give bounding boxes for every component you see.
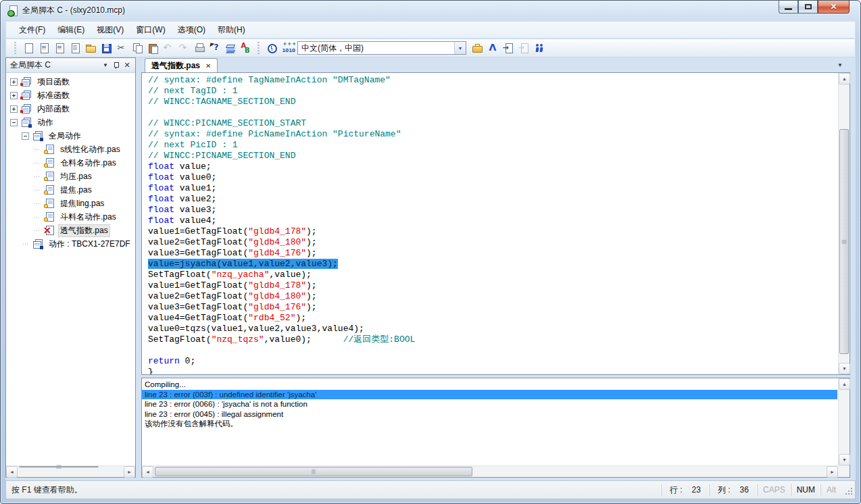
tree-item-cangliao-action[interactable]: 仓料名动作.pas	[6, 156, 135, 170]
tree-toggle-minus-icon[interactable]	[22, 132, 29, 140]
code-area[interactable]: // syntax: #define TagNameInAction "DMTa…	[142, 73, 837, 374]
new-standard-function-button[interactable]	[51, 41, 67, 55]
library-button[interactable]	[469, 41, 485, 55]
scroll-right-icon[interactable]: ►	[124, 466, 135, 478]
code-line-7[interactable]: // next PicID : 1	[148, 140, 837, 151]
undo-button[interactable]	[160, 41, 176, 55]
code-line-27[interactable]: return 0;	[148, 356, 837, 367]
scroll-down-icon[interactable]: ▼	[839, 454, 850, 465]
output-line-2[interactable]: line 23 : error (003f) : undefined ident…	[142, 390, 837, 400]
output-line-3[interactable]: line 23 : error (0066) : 'jsyacha' is no…	[142, 399, 837, 409]
maximize-button[interactable]	[798, 1, 818, 14]
print-button[interactable]	[191, 41, 207, 55]
tree-item-project-functions[interactable]: 项目函数	[6, 75, 135, 89]
tree-item-action-tbcx1[interactable]: 动作 : TBCX1-27E7DF	[6, 237, 135, 251]
code-line-21[interactable]: value2=GetTagFloat("gldb4_180");	[148, 291, 837, 302]
code-line-14[interactable]: float value4;	[148, 216, 837, 226]
panel-splitter[interactable]	[136, 57, 141, 480]
scroll-right-icon[interactable]: ►	[827, 466, 838, 478]
menu-item-window[interactable]: 窗口(W)	[130, 22, 171, 38]
runtime-button[interactable]	[531, 41, 547, 55]
scroll-up-icon[interactable]: ▲	[839, 73, 850, 84]
scrollbar-thumb[interactable]	[839, 129, 849, 354]
import-action-button[interactable]	[500, 41, 516, 55]
cut-button[interactable]	[114, 41, 129, 55]
code-line-6[interactable]: // syntax: #define PicNameInAction "Pict…	[148, 129, 837, 140]
tag-id-button[interactable]	[279, 41, 295, 55]
new-file-button[interactable]	[20, 41, 36, 55]
minimize-button[interactable]	[779, 1, 798, 14]
new-project-function-button[interactable]	[36, 41, 51, 55]
paste-button[interactable]	[145, 41, 160, 55]
tree-item-junya[interactable]: 均压.pas	[6, 170, 135, 183]
tree-item-standard-functions[interactable]: 标准函数	[6, 89, 135, 102]
tree-item-internal-functions[interactable]: 内部函数	[6, 102, 135, 116]
combo-dropdown-icon[interactable]: ▼	[454, 42, 466, 54]
copy-button[interactable]	[129, 41, 145, 55]
output-line-4[interactable]: line 23 : error (0045) : illegal assignm…	[142, 409, 837, 420]
export-action-button[interactable]	[516, 41, 531, 55]
menu-item-options[interactable]: 选项(O)	[172, 22, 212, 38]
tree-item-global-actions[interactable]: 全局动作	[6, 129, 135, 143]
code-line-2[interactable]: // next TagID : 1	[148, 86, 837, 97]
new-action-button[interactable]	[67, 41, 82, 55]
scroll-left-icon[interactable]: ◄	[6, 466, 18, 478]
compile-button[interactable]	[222, 41, 238, 55]
code-line-15[interactable]: value1=GetTagFloat("gldb4_178");	[148, 226, 837, 237]
code-line-24[interactable]: value0=tqzs(value1,value2,value3,value4)…	[148, 324, 837, 334]
output-horizontal-scrollbar[interactable]: ◄ ►	[142, 465, 838, 477]
panel-close-button[interactable]: ✕	[122, 60, 132, 71]
code-line-20[interactable]: value1=GetTagFloat("gldb4_178");	[148, 280, 837, 291]
tree-item-actions[interactable]: 动作	[6, 116, 135, 129]
code-line-13[interactable]: float value3;	[148, 205, 837, 216]
code-line-25[interactable]: SetTagFloat("nzq_tqzs",value0); //返回类型:B…	[148, 334, 837, 345]
redo-button[interactable]	[176, 41, 191, 55]
code-line-19[interactable]: SetTagFloat("nzq_yacha",value);	[148, 270, 837, 280]
scroll-left-icon[interactable]: ◄	[142, 466, 153, 478]
code-line-5[interactable]: // WINCC:PICNAME_SECTION_START	[148, 118, 837, 129]
scroll-up-icon[interactable]: ▲	[839, 378, 850, 390]
tree-item-touqi-index[interactable]: 透气指数.pas	[6, 224, 135, 237]
language-combo[interactable]: 中文(简体，中国)▼	[297, 41, 466, 55]
code-editor[interactable]: // syntax: #define TagNameInAction "DMTa…	[141, 72, 850, 375]
code-line-11[interactable]: float value1;	[148, 183, 837, 194]
tree-item-douliao-action[interactable]: 斗料名动作.pas	[6, 210, 135, 224]
title-bar[interactable]: 全局脚本 C - (slxy2010.mcp) ✕	[1, 1, 860, 21]
spell-check-button[interactable]	[238, 41, 253, 55]
code-line-18[interactable]: value=jsyacha(value1,value2,value3);	[148, 259, 837, 270]
output-vertical-scrollbar[interactable]: ▲ ▼	[838, 378, 850, 465]
tab-list-dropdown-button[interactable]: ▼	[833, 60, 847, 70]
trigger-info-button[interactable]	[264, 41, 279, 55]
edit-tools-button[interactable]	[485, 41, 500, 55]
scroll-down-icon[interactable]: ▼	[839, 363, 850, 374]
close-button[interactable]: ✕	[818, 1, 850, 14]
editor-vertical-scrollbar[interactable]: ▲ ▼	[838, 73, 850, 374]
panel-menu-button[interactable]: ▼	[100, 60, 111, 71]
save-button[interactable]	[98, 41, 114, 55]
code-line-4[interactable]	[148, 107, 837, 118]
scrollbar-thumb[interactable]	[155, 467, 472, 476]
menu-item-help[interactable]: 帮助(H)	[212, 22, 251, 38]
tree-item-tijiao-ling[interactable]: 提焦ling.pas	[6, 197, 135, 210]
code-line-12[interactable]: float value2;	[148, 194, 837, 205]
menu-item-edit[interactable]: 编辑(E)	[51, 22, 91, 38]
output-line-1[interactable]: Compiling...	[142, 380, 837, 390]
open-button[interactable]	[82, 41, 98, 55]
code-line-17[interactable]: value3=GetTagFloat("gldb4_176");	[148, 248, 837, 259]
output-line-5[interactable]: 该动作没有包含解释代码。	[142, 419, 837, 429]
tree-toggle-plus-icon[interactable]	[10, 105, 18, 113]
tree-toggle-minus-icon[interactable]	[10, 119, 18, 126]
code-line-8[interactable]: // WINCC:PICNAME_SECTION_END	[148, 151, 837, 161]
code-line-28[interactable]: }	[148, 367, 837, 374]
panel-pin-button[interactable]	[111, 60, 122, 71]
tree-toggle-plus-icon[interactable]	[10, 78, 18, 86]
code-line-26[interactable]	[148, 345, 837, 356]
scrollbar-thumb[interactable]	[19, 466, 99, 468]
code-line-1[interactable]: // syntax: #define TagNameInAction "DMTa…	[148, 75, 837, 86]
tree-item-tijiao[interactable]: 提焦.pas	[6, 183, 135, 197]
tree-item-s-linearize-action[interactable]: s线性化动作.pas	[6, 143, 135, 156]
tab-touqi-index[interactable]: 透气指数.pas ✕	[145, 58, 218, 72]
tree-toggle-plus-icon[interactable]	[10, 92, 18, 99]
code-line-10[interactable]: float value0;	[148, 172, 837, 183]
menu-item-view[interactable]: 视图(V)	[91, 22, 130, 38]
